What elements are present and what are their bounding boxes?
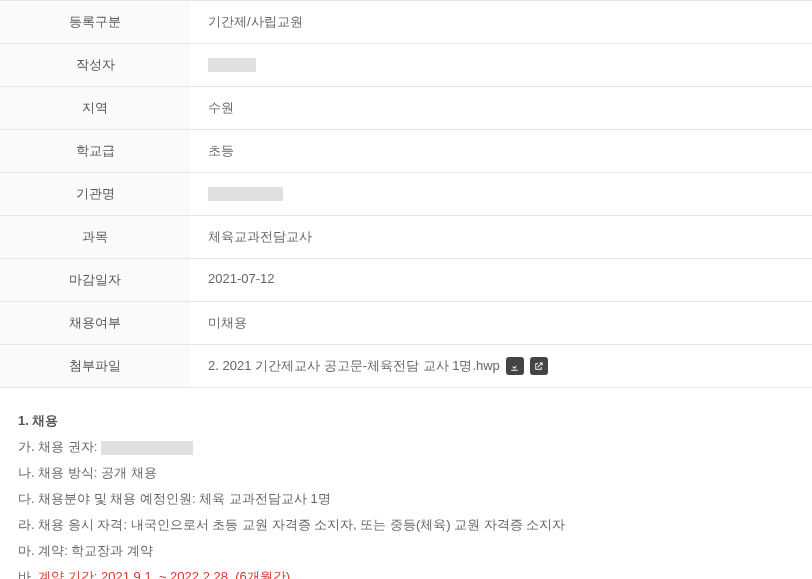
attachment-filename: 2. 2021 기간제교사 공고문-체육전담 교사 1명.hwp (208, 357, 500, 375)
value-attachment: 2. 2021 기간제교사 공고문-체육전담 교사 1명.hwp (190, 345, 812, 387)
open-external-button[interactable] (530, 357, 548, 375)
row-inst-name: 기관명 (0, 173, 812, 216)
content-heading: 1. 채용 (18, 408, 794, 434)
content-ba-label: 계약 기간 (38, 569, 94, 579)
row-subject: 과목 체육교과전담교사 (0, 216, 812, 259)
row-attachment: 첨부파일 2. 2021 기간제교사 공고문-체육전담 교사 1명.hwp (0, 345, 812, 388)
open-external-icon (533, 361, 544, 372)
label-author: 작성자 (0, 44, 190, 86)
row-hire-status: 채용여부 미채용 (0, 302, 812, 345)
row-reg-type: 등록구분 기간제/사립교원 (0, 0, 812, 44)
label-region: 지역 (0, 87, 190, 129)
redacted-ga (101, 441, 193, 455)
redacted-inst-name (208, 187, 283, 201)
value-author (190, 44, 812, 86)
details-table: 등록구분 기간제/사립교원 작성자 지역 수원 학교급 초등 기관명 과목 체육… (0, 0, 812, 388)
row-school-level: 학교급 초등 (0, 130, 812, 173)
content-line-da: 다. 채용분야 및 채용 예정인원: 체육 교과전담교사 1명 (18, 486, 794, 512)
content-line-ra: 라. 채용 응시 자격: 내국인으로서 초등 교원 자격증 소지자, 또는 중등… (18, 512, 794, 538)
row-author: 작성자 (0, 44, 812, 87)
label-attachment: 첨부파일 (0, 345, 190, 387)
content-body: 1. 채용 가. 채용 권자: 나. 채용 방식: 공개 채용 다. 채용분야 … (0, 388, 812, 579)
content-line-na: 나. 채용 방식: 공개 채용 (18, 460, 794, 486)
download-button[interactable] (506, 357, 524, 375)
value-region: 수원 (190, 87, 812, 129)
value-reg-type: 기간제/사립교원 (190, 1, 812, 43)
label-deadline: 마감일자 (0, 259, 190, 301)
value-subject: 체육교과전담교사 (190, 216, 812, 258)
row-deadline: 마감일자 2021-07-12 (0, 259, 812, 302)
label-reg-type: 등록구분 (0, 1, 190, 43)
row-region: 지역 수원 (0, 87, 812, 130)
content-line-ma: 마. 계약: 학교장과 계약 (18, 538, 794, 564)
value-inst-name (190, 173, 812, 215)
content-ba-prefix: 바. (18, 569, 38, 579)
label-inst-name: 기관명 (0, 173, 190, 215)
download-icon (509, 361, 520, 372)
label-hire-status: 채용여부 (0, 302, 190, 344)
redacted-author (208, 58, 256, 72)
content-ba-dates: : 2021.9.1. ~ 2022.2.28. (6개월간) (94, 569, 290, 579)
value-hire-status: 미채용 (190, 302, 812, 344)
label-subject: 과목 (0, 216, 190, 258)
value-school-level: 초등 (190, 130, 812, 172)
content-line-ba: 바. 계약 기간: 2021.9.1. ~ 2022.2.28. (6개월간) (18, 564, 794, 579)
label-school-level: 학교급 (0, 130, 190, 172)
value-deadline: 2021-07-12 (190, 259, 812, 301)
content-line-ga: 가. 채용 권자: (18, 434, 794, 460)
content-ga-prefix: 가. 채용 권자: (18, 439, 101, 454)
